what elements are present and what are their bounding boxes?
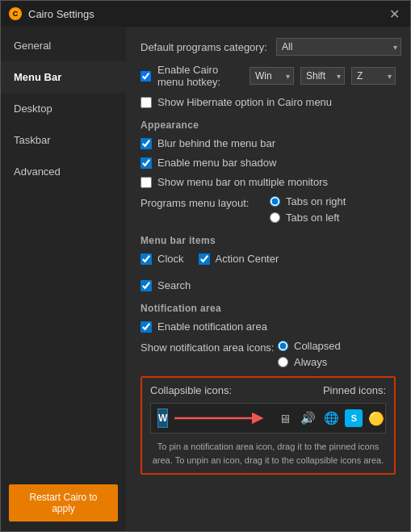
hotkey-key-select[interactable]: ZAB — [351, 67, 396, 85]
tabs-left-radio[interactable] — [270, 212, 280, 223]
sidebar-item-advanced[interactable]: Advanced — [1, 156, 126, 187]
pinned-icon-network: 🌐 — [321, 408, 341, 428]
clock-row: Clock — [140, 253, 184, 265]
pinned-icons-area: 🖥 🔊 🌐 S 🟡 — [275, 408, 386, 428]
default-programs-label: Default programs category: — [140, 41, 270, 53]
show-notification-icons-label: Show notification area icons: — [140, 340, 278, 354]
search-label: Search — [157, 279, 191, 291]
hotkey-row: Enable Cairo menu hotkey: WinCtrlAlt Shi… — [140, 64, 396, 88]
search-row: Search — [140, 279, 396, 291]
action-center-label: Action Center — [216, 253, 279, 265]
pinned-icons-label: Pinned icons: — [323, 384, 386, 396]
enable-notification-checkbox[interactable] — [140, 321, 152, 333]
pinned-icon-volume: 🔊 — [298, 408, 317, 428]
default-programs-select-wrapper: All Custom — [276, 38, 401, 56]
notification-icons-radio-group: Collapsed Always — [278, 340, 341, 368]
tabs-right-row: Tabs on right — [270, 195, 346, 207]
icons-header: Collapsible icons: Pinned icons: — [150, 384, 386, 396]
arrow-svg — [173, 411, 270, 425]
title-bar-left: C Cairo Settings — [9, 7, 94, 20]
tabs-left-row: Tabs on left — [270, 212, 346, 224]
always-radio[interactable] — [278, 357, 288, 367]
close-button[interactable]: ✕ — [386, 6, 402, 22]
hotkey-mod2-select[interactable]: ShiftAltNone — [300, 67, 345, 85]
tabs-right-label: Tabs on right — [286, 195, 346, 207]
collapsible-icons-label: Collapsible icons: — [150, 384, 232, 396]
blur-checkbox[interactable] — [140, 138, 152, 149]
default-programs-row: Default programs category: All Custom — [140, 38, 396, 56]
multiple-monitors-row: Show menu bar on multiple monitors — [140, 176, 396, 188]
hotkey-key-wrapper: ZAB — [351, 67, 396, 85]
programs-menu-label: Programs menu layout: — [140, 195, 270, 209]
settings-panel: Default programs category: All Custom En… — [126, 27, 410, 531]
multiple-monitors-label: Show menu bar on multiple monitors — [157, 176, 328, 188]
blur-row: Blur behind the menu bar — [140, 137, 396, 149]
always-label: Always — [294, 356, 327, 368]
pinned-icon-display: 🖥 — [275, 408, 294, 428]
shadow-row: Enable menu bar shadow — [140, 157, 396, 169]
appearance-section-title: Appearance — [140, 119, 396, 131]
collapsed-row: Collapsed — [278, 340, 341, 352]
collapsible-icon-word: W — [157, 408, 168, 428]
shadow-checkbox[interactable] — [140, 157, 152, 169]
tabs-right-radio[interactable] — [270, 196, 280, 207]
sidebar: General Menu Bar Desktop Taskbar Advance… — [1, 27, 126, 531]
search-checkbox[interactable] — [140, 280, 152, 291]
main-content: General Menu Bar Desktop Taskbar Advance… — [1, 27, 410, 531]
icons-drag-section: Collapsible icons: Pinned icons: W — [140, 376, 396, 475]
pinned-icon-extra: 🟡 — [367, 408, 386, 428]
enable-hotkey-label: Enable Cairo menu hotkey: — [157, 64, 243, 88]
main-window: C Cairo Settings ✕ General Menu Bar Desk… — [0, 0, 411, 532]
sidebar-item-taskbar[interactable]: Taskbar — [1, 124, 126, 156]
drag-hint-text: To pin a notification area icon, drag it… — [150, 440, 386, 467]
drag-arrow — [173, 411, 270, 425]
collapsed-radio[interactable] — [278, 341, 288, 351]
enable-notification-label: Enable notification area — [157, 320, 267, 333]
action-center-row: Action Center — [199, 253, 279, 265]
programs-menu-radio-group: Tabs on right Tabs on left — [270, 195, 346, 224]
hibernate-checkbox[interactable] — [140, 97, 152, 108]
programs-menu-layout-row: Programs menu layout: Tabs on right Tabs… — [140, 195, 396, 224]
pinned-icon-skype: S — [345, 409, 363, 427]
sidebar-item-desktop[interactable]: Desktop — [1, 93, 126, 124]
hibernate-label: Show Hibernate option in Cairo menu — [157, 96, 332, 108]
enable-hotkey-checkbox[interactable] — [140, 71, 151, 82]
sidebar-item-general[interactable]: General — [1, 30, 126, 61]
collapsed-label: Collapsed — [294, 340, 341, 352]
hotkey-mod1-select[interactable]: WinCtrlAlt — [250, 67, 294, 85]
show-notification-icons-row: Show notification area icons: Collapsed … — [140, 340, 396, 368]
shadow-label: Enable menu bar shadow — [157, 157, 276, 169]
restart-button[interactable]: Restart Cairo to apply — [9, 484, 118, 522]
menu-bar-items-title: Menu bar items — [140, 235, 396, 246]
clock-checkbox[interactable] — [140, 253, 152, 265]
hotkey-mod2-wrapper: ShiftAltNone — [300, 67, 345, 85]
notification-area-title: Notification area — [140, 303, 396, 314]
blur-label: Blur behind the menu bar — [157, 137, 275, 149]
always-row: Always — [278, 356, 341, 368]
default-programs-select[interactable]: All Custom — [276, 38, 401, 56]
action-center-checkbox[interactable] — [199, 253, 210, 265]
menu-bar-items-checkboxes: Clock Action Center — [140, 253, 396, 272]
multiple-monitors-checkbox[interactable] — [140, 177, 152, 188]
tabs-left-label: Tabs on left — [286, 212, 340, 224]
hibernate-row: Show Hibernate option in Cairo menu — [140, 96, 396, 108]
enable-notification-row: Enable notification area — [140, 320, 396, 333]
hotkey-mod1-wrapper: WinCtrlAlt — [250, 67, 294, 85]
icons-drag-area: W — [150, 403, 386, 434]
sidebar-item-menu-bar[interactable]: Menu Bar — [1, 61, 126, 93]
window-title: Cairo Settings — [28, 8, 94, 20]
clock-label: Clock — [157, 253, 184, 265]
title-bar: C Cairo Settings ✕ — [1, 1, 410, 27]
app-icon: C — [9, 7, 22, 20]
